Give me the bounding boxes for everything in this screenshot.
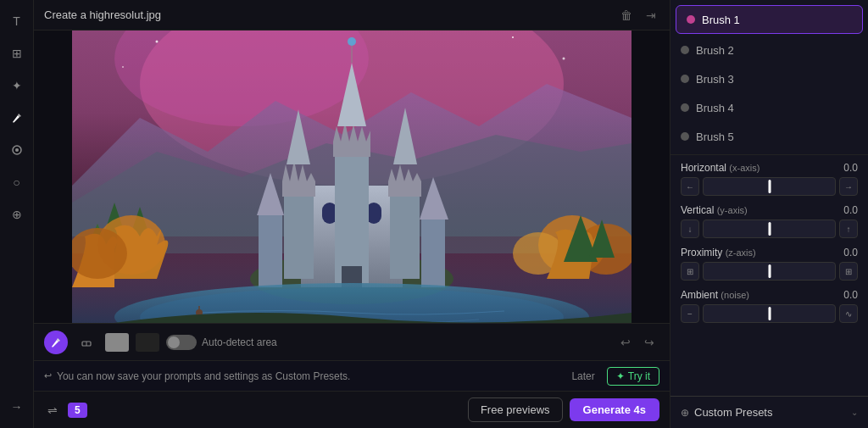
slider-right-btn[interactable]: ↑: [839, 220, 858, 238]
sliders-section: Horizontal (x-axis) 0.0 ← → Vertical (y-…: [670, 155, 868, 396]
brush-dot: [681, 132, 689, 141]
main-area: Create a highresolut.jpg 🗑 ⇥: [34, 0, 670, 428]
slider-axis: (y-axis): [717, 205, 748, 215]
slider-value: 0.0: [837, 204, 858, 216]
custom-presets-label: Custom Presets: [694, 406, 846, 419]
brush-dot: [681, 103, 689, 112]
brush-name: Brush 1: [702, 14, 740, 26]
auto-detect-label: Auto-detect area: [202, 336, 277, 348]
brush-item[interactable]: Brush 5: [670, 122, 868, 151]
brush-item[interactable]: Brush 1: [676, 5, 863, 34]
slider-track[interactable]: [703, 177, 836, 196]
slider-track[interactable]: [703, 220, 836, 238]
color-swatch-light[interactable]: [105, 333, 129, 352]
brush-name: Brush 4: [696, 102, 734, 114]
slider-group: Proximity (z-axis) 0.0 ⊞ ⊞: [681, 247, 858, 281]
undo-button[interactable]: ↩: [615, 332, 636, 353]
trash-icon[interactable]: 🗑: [617, 5, 636, 25]
magic-tool-icon[interactable]: ✦: [4, 73, 30, 98]
try-icon: ✦: [616, 370, 625, 382]
slider-thumb: [768, 264, 771, 278]
color-swatch-dark[interactable]: [136, 333, 159, 352]
notification-text: You can now save your prompts and settin…: [57, 370, 559, 382]
svg-rect-22: [335, 152, 369, 283]
generate-button[interactable]: Generate 4s: [570, 398, 659, 421]
slider-label: Vertical (y-axis): [681, 204, 748, 216]
auto-detect-toggle[interactable]: Auto-detect area: [166, 335, 277, 350]
later-button[interactable]: Later: [565, 367, 601, 386]
try-it-button[interactable]: ✦ Try it: [607, 367, 659, 386]
svg-point-6: [156, 40, 159, 42]
layers-tool-icon[interactable]: ⊕: [4, 202, 30, 227]
settings-icon[interactable]: ⇌: [44, 400, 61, 420]
brush-item[interactable]: Brush 4: [670, 93, 868, 122]
svg-rect-21: [388, 181, 421, 197]
slider-track[interactable]: [703, 262, 836, 281]
brush-button[interactable]: [44, 331, 68, 354]
comment-tool-icon[interactable]: [4, 137, 30, 163]
svg-rect-19: [282, 181, 315, 197]
text-tool-icon[interactable]: T: [4, 8, 30, 34]
svg-rect-23: [333, 142, 370, 157]
undo-redo-group: ↩ ↪: [615, 332, 659, 353]
slider-right-btn[interactable]: ∿: [839, 304, 858, 323]
svg-point-8: [563, 57, 565, 59]
brush-name: Brush 3: [696, 73, 734, 86]
slider-thumb: [768, 180, 771, 193]
notification-bar: ↩ You can now save your prompts and sett…: [34, 360, 670, 391]
slider-right-btn[interactable]: →: [839, 177, 858, 196]
brush-tool-icon[interactable]: [4, 105, 30, 131]
notif-icon: ↩: [44, 370, 52, 381]
svg-point-7: [512, 36, 514, 38]
svg-rect-26: [259, 215, 282, 287]
slider-left-btn[interactable]: ⊞: [681, 262, 699, 281]
slider-label: Proximity (z-axis): [681, 247, 756, 258]
slider-value: 0.0: [837, 289, 858, 301]
slider-thumb: [768, 307, 771, 320]
eraser-button[interactable]: [75, 331, 98, 354]
slider-left-btn[interactable]: ↓: [681, 220, 699, 238]
brush-dot: [681, 75, 689, 83]
slider-value: 0.0: [837, 247, 858, 258]
slider-axis: (x-axis): [729, 163, 760, 173]
slider-label: Horizontal (x-axis): [681, 162, 760, 174]
preset-icon: ⊕: [681, 407, 689, 419]
slider-track[interactable]: [703, 304, 836, 323]
adjust-tool-icon[interactable]: ⊞: [4, 41, 30, 66]
svg-rect-27: [421, 220, 445, 287]
redo-button[interactable]: ↪: [639, 332, 659, 353]
brush-dot: [687, 15, 695, 24]
slider-right-btn[interactable]: ⊞: [839, 262, 858, 281]
svg-rect-18: [284, 194, 314, 279]
chevron-down-icon: ⌄: [851, 408, 858, 417]
canvas-image: [72, 31, 632, 323]
left-sidebar: T ⊞ ✦ ○ ⊕ →: [0, 0, 34, 428]
action-bar: ⇌ 5 Free previews Generate 4s: [34, 391, 670, 428]
brush-dot: [681, 46, 689, 54]
brush-item[interactable]: Brush 3: [670, 64, 868, 93]
slider-thumb: [768, 222, 771, 236]
canvas-area[interactable]: [34, 31, 670, 323]
slider-left-btn[interactable]: ←: [681, 177, 699, 196]
bottom-toolbar: Auto-detect area ↩ ↪: [34, 323, 670, 360]
custom-presets-bar[interactable]: ⊕ Custom Presets ⌄: [670, 396, 868, 428]
slider-group: Vertical (y-axis) 0.0 ↓ ↑: [681, 204, 858, 238]
svg-point-1: [15, 148, 19, 152]
svg-rect-20: [390, 194, 420, 279]
circle-tool-icon[interactable]: ○: [4, 170, 30, 195]
slider-group: Ambient (noise) 0.0 − ∿: [681, 289, 858, 323]
free-preview-button[interactable]: Free previews: [468, 397, 563, 422]
slider-value: 0.0: [837, 162, 858, 174]
document-title: Create a highresolut.jpg: [44, 8, 610, 21]
right-panel: Brush 1Brush 2Brush 3Brush 4Brush 5 Hori…: [670, 0, 868, 428]
brush-item[interactable]: Brush 2: [670, 36, 868, 64]
svg-point-25: [348, 37, 356, 46]
top-bar: Create a highresolut.jpg 🗑 ⇥: [34, 0, 670, 31]
slider-label: Ambient (noise): [681, 289, 749, 301]
brush-name: Brush 2: [696, 44, 734, 57]
count-badge: 5: [68, 403, 87, 418]
slider-left-btn[interactable]: −: [681, 304, 699, 323]
export-icon[interactable]: ⇥: [643, 5, 659, 25]
navigate-icon[interactable]: →: [4, 394, 30, 420]
slider-axis: (z-axis): [726, 247, 756, 258]
